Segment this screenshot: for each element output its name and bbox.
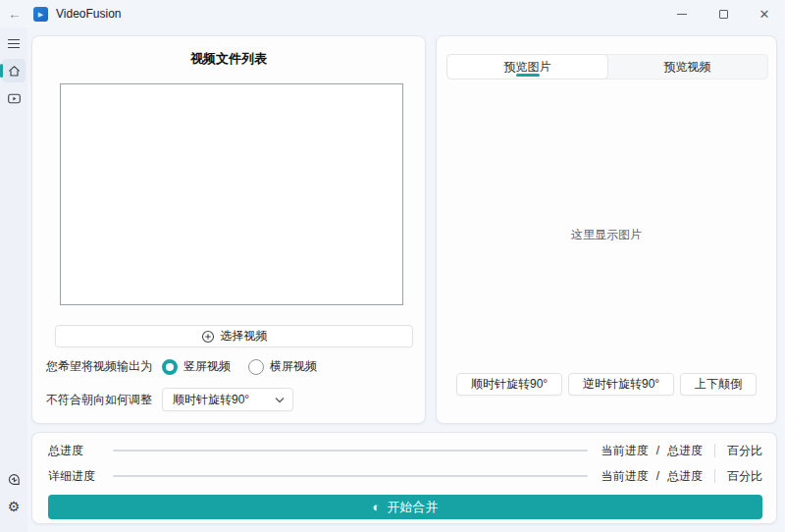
title-bar: ← ▶ VideoFusion ✕ xyxy=(0,0,785,27)
flip-vertical-button[interactable]: 上下颠倒 xyxy=(680,373,757,396)
feedback-icon xyxy=(7,472,22,487)
progress-separator: / xyxy=(656,469,659,483)
start-merge-icon: ◐ xyxy=(373,501,381,513)
tab-preview-image-label: 预览图片 xyxy=(504,59,551,76)
hamburger-icon xyxy=(8,39,20,48)
feedback-button[interactable] xyxy=(2,467,26,491)
window-controls: ✕ xyxy=(661,0,785,27)
maximize-button[interactable] xyxy=(703,0,744,27)
radio-portrait[interactable]: 竖屏视频 xyxy=(162,358,231,375)
rotate-buttons-row: 顺时针旋转90° 逆时针旋转90° 上下颠倒 xyxy=(437,373,776,396)
total-progress-text: 总进度 xyxy=(667,443,703,459)
total-progress-text: 总进度 xyxy=(667,468,703,485)
output-orientation-row: 您希望将视频输出为 竖屏视频 横屏视频 xyxy=(46,358,317,375)
vertical-divider xyxy=(714,469,715,483)
sidebar-item-home[interactable] xyxy=(2,59,26,82)
total-progress-row: 总进度 当前进度 / 总进度 百分比 xyxy=(48,441,762,460)
tab-preview-image[interactable]: 预览图片 xyxy=(446,54,608,80)
close-icon: ✕ xyxy=(759,8,770,21)
rotate-ccw-button[interactable]: 逆时针旋转90° xyxy=(568,373,674,396)
rotate-ccw-label: 逆时针旋转90° xyxy=(583,376,659,393)
select-video-label: 选择视频 xyxy=(221,328,268,345)
preview-panel: 预览图片 预览视频 这里显示图片 顺时针旋转90° 逆时针旋转90° 上下颠倒 xyxy=(436,35,777,424)
current-progress-text: 当前进度 xyxy=(602,443,649,459)
settings-button[interactable]: ⚙ xyxy=(2,495,26,518)
preview-placeholder-text: 这里显示图片 xyxy=(437,227,776,243)
app-title: VideoFusion xyxy=(56,7,122,21)
rotation-dropdown[interactable]: 顺时针旋转90° xyxy=(162,388,293,411)
app-logo-icon: ▶ xyxy=(33,7,48,22)
preview-tabbar: 预览图片 预览视频 xyxy=(446,54,768,80)
video-list-panel: 视频文件列表 选择视频 您希望将视频输出为 竖屏视频 横屏视频 不符合朝向如何调… xyxy=(31,35,426,424)
orientation-radio-group: 竖屏视频 横屏视频 xyxy=(162,358,317,375)
radio-landscape-label: 横屏视频 xyxy=(270,358,317,375)
radio-unselected-icon xyxy=(248,359,264,375)
progress-panel: 总进度 当前进度 / 总进度 百分比 详细进度 当前进度 / 总进度 百分比 ◐… xyxy=(31,432,777,524)
total-progress-label: 总进度 xyxy=(48,443,99,459)
total-progress-bar xyxy=(113,450,588,452)
close-button[interactable]: ✕ xyxy=(744,0,785,27)
left-sidebar: ⚙ xyxy=(0,27,27,532)
home-icon xyxy=(7,64,22,79)
flip-vertical-label: 上下颠倒 xyxy=(695,376,742,393)
circled-plus-icon xyxy=(201,330,215,344)
output-label: 您希望将视频输出为 xyxy=(46,358,152,375)
detail-progress-bar xyxy=(113,475,588,477)
rotate-cw-button[interactable]: 顺时针旋转90° xyxy=(456,373,562,396)
back-arrow-icon[interactable]: ← xyxy=(0,6,29,22)
radio-portrait-label: 竖屏视频 xyxy=(183,358,231,375)
total-progress-values: 当前进度 / 总进度 百分比 xyxy=(602,443,762,459)
current-progress-text: 当前进度 xyxy=(602,468,649,485)
adjust-label: 不符合朝向如何调整 xyxy=(46,392,152,408)
vertical-divider xyxy=(714,444,715,457)
detail-progress-values: 当前进度 / 总进度 百分比 xyxy=(602,468,762,485)
active-tab-indicator xyxy=(516,74,540,77)
settings-gear-icon: ⚙ xyxy=(8,500,21,513)
minimize-icon xyxy=(677,14,687,15)
menu-button[interactable] xyxy=(2,31,26,55)
video-file-listbox[interactable] xyxy=(60,83,403,305)
minimize-button[interactable] xyxy=(661,0,703,27)
video-library-icon xyxy=(7,91,22,106)
radio-selected-icon xyxy=(162,359,178,375)
select-video-button[interactable]: 选择视频 xyxy=(55,325,413,347)
start-merge-button[interactable]: ◐ 开始合并 xyxy=(48,495,762,519)
rotate-cw-label: 顺时针旋转90° xyxy=(471,376,548,393)
adjust-orientation-row: 不符合朝向如何调整 顺时针旋转90° xyxy=(46,388,293,411)
detail-progress-label: 详细进度 xyxy=(48,468,99,485)
tab-preview-video[interactable]: 预览视频 xyxy=(607,55,767,79)
percent-text: 百分比 xyxy=(727,443,762,459)
detail-progress-row: 详细进度 当前进度 / 总进度 百分比 xyxy=(48,466,762,486)
start-merge-label: 开始合并 xyxy=(387,499,438,516)
percent-text: 百分比 xyxy=(727,468,762,485)
sidebar-item-video-library[interactable] xyxy=(2,86,26,110)
tab-preview-video-label: 预览视频 xyxy=(664,59,711,76)
chevron-down-icon xyxy=(275,397,285,403)
sidebar-bottom-group: ⚙ xyxy=(0,463,27,522)
panel-title: 视频文件列表 xyxy=(32,50,425,68)
radio-landscape[interactable]: 横屏视频 xyxy=(248,358,317,375)
progress-separator: / xyxy=(656,444,659,457)
rotation-dropdown-value: 顺时针旋转90° xyxy=(173,392,269,408)
maximize-icon xyxy=(719,10,728,19)
